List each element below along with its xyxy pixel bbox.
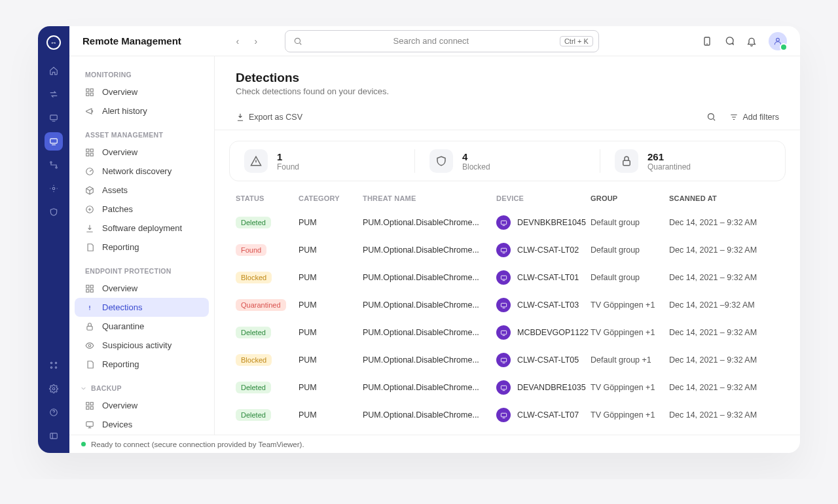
monitor-icon: [496, 380, 511, 395]
sidebar-item-label: Overview: [102, 401, 137, 410]
rail-home-icon[interactable]: [45, 62, 63, 80]
nav-back-button[interactable]: ‹: [230, 33, 246, 49]
table-row[interactable]: QuarantinedPUMPUM.Optional.DisableChrome…: [236, 291, 779, 319]
sidebar-item-alert-history[interactable]: Alert history: [75, 101, 209, 120]
rail-automation-icon[interactable]: [45, 179, 63, 198]
table-row[interactable]: BlockedPUMPUM.Optional.DisableChrome...C…: [236, 346, 779, 374]
cell-scanned: Dec 14, 2021 – 9:32 AM: [669, 245, 779, 255]
svg-rect-43: [501, 358, 506, 362]
topbar-actions: [702, 32, 787, 50]
stat-label: Blocked: [462, 162, 490, 171]
sidebar-item-asset-overview[interactable]: Overview: [75, 143, 209, 162]
avatar[interactable]: [769, 32, 787, 50]
rail-transfer-icon[interactable]: [45, 85, 63, 103]
svg-rect-32: [90, 402, 93, 405]
table-row[interactable]: DeletedPUMPUM.Optional.DisableChrome...D…: [236, 374, 779, 401]
svg-point-8: [55, 367, 56, 368]
svg-rect-19: [86, 149, 89, 151]
svg-rect-21: [86, 153, 89, 156]
download-icon: [236, 113, 245, 122]
svg-rect-20: [90, 149, 93, 151]
cell-device: DEVNBKBRE1045: [496, 215, 591, 230]
monitor-icon: [496, 298, 511, 312]
sidebar-item-software-deployment[interactable]: Software deployment: [75, 219, 209, 238]
cell-category: PUM: [299, 355, 363, 365]
sidebar-item-ep-overview[interactable]: Overview: [75, 279, 209, 298]
status-badge: Deleted: [236, 327, 271, 338]
sidebar-item-quarantine[interactable]: Quarantine: [75, 317, 209, 336]
sidebar-item-detections[interactable]: Detections: [75, 298, 209, 317]
stat-value: 1: [277, 151, 299, 162]
monitor-icon: [496, 353, 511, 367]
search-button[interactable]: [706, 112, 716, 122]
rail-settings-icon[interactable]: [45, 380, 63, 398]
sidebar-item-patches[interactable]: Patches: [75, 200, 209, 219]
col-scanned: SCANNED AT: [669, 194, 779, 202]
table-row[interactable]: BlockedPUMPUM.Optional.DisableChrome...C…: [236, 264, 779, 291]
nav-forward-button[interactable]: ›: [248, 33, 264, 49]
body: MONITORING Overview Alert history ASSET …: [69, 56, 800, 435]
sidebar-item-asset-reporting[interactable]: Reporting: [75, 238, 209, 257]
sidebar-item-assets[interactable]: Assets: [75, 181, 209, 200]
sidebar-item-label: Devices: [102, 420, 132, 429]
warning-icon: [244, 149, 268, 173]
svg-rect-42: [501, 331, 506, 334]
rail-help-icon[interactable]: [45, 403, 63, 422]
svg-rect-18: [90, 93, 93, 96]
sidebar-header-monitoring: MONITORING: [75, 67, 209, 82]
table-row[interactable]: FoundPUMPUM.Optional.DisableChrome...CLW…: [236, 236, 779, 264]
sidebar-item-overview[interactable]: Overview: [75, 82, 209, 101]
rail-remote-mgmt-icon[interactable]: [45, 132, 63, 151]
cell-category: PUM: [299, 328, 363, 337]
dashboard-icon: [85, 401, 96, 410]
svg-point-30: [88, 344, 91, 347]
rail-security-icon[interactable]: [45, 203, 63, 221]
cell-scanned: Dec 14, 2021 – 9:32 AM: [669, 273, 779, 282]
sidebar-item-ep-reporting[interactable]: Reporting: [75, 355, 209, 374]
rail-workflows-icon[interactable]: [45, 156, 63, 174]
sidebar-item-suspicious[interactable]: Suspicious activity: [75, 336, 209, 355]
sidebar-item-backup-overview[interactable]: Overview: [75, 396, 209, 415]
rail-devices-icon[interactable]: [45, 109, 63, 127]
cell-scanned: Dec 14, 2021 – 9:32 AM: [669, 218, 779, 227]
sidebar-item-backup-devices[interactable]: Devices: [75, 415, 209, 434]
svg-point-7: [50, 367, 52, 368]
sidebar-item-network-discovery[interactable]: Network discovery: [75, 162, 209, 181]
add-filters-button[interactable]: Add filters: [729, 113, 779, 122]
cell-device: CLW-CSAT-LT02: [496, 243, 591, 257]
cell-category: PUM: [299, 383, 363, 392]
status-badge: Blocked: [236, 354, 272, 366]
export-label: Export as CSV: [249, 113, 302, 122]
report-icon: [85, 243, 96, 252]
cell-group: Default group: [591, 273, 669, 282]
table-row[interactable]: DeletedPUMPUM.Optional.DisableChrome...M…: [236, 319, 779, 346]
export-csv-button[interactable]: Export as CSV: [236, 113, 302, 122]
col-group: GROUP: [591, 194, 669, 202]
stat-blocked: 4Blocked: [414, 149, 600, 173]
sidebar-header-backup[interactable]: BACKUP: [75, 380, 209, 396]
svg-rect-27: [86, 289, 89, 292]
svg-rect-16: [90, 88, 93, 91]
svg-point-5: [50, 362, 52, 363]
monitor-icon: [85, 420, 96, 429]
sidebar-item-label: Detections: [102, 302, 142, 312]
cell-scanned: Dec 14, 2021 – 9:32 AM: [669, 383, 779, 392]
chat-icon[interactable]: [724, 36, 735, 46]
svg-rect-34: [90, 406, 93, 409]
table-row[interactable]: DeletedPUMPUM.Optional.DisableChrome...C…: [236, 401, 779, 429]
sidebar-item-label: Assets: [102, 185, 128, 195]
rail-apps-icon[interactable]: [45, 356, 63, 374]
bell-icon[interactable]: [746, 36, 757, 46]
sidebar-item-label: Overview: [102, 147, 137, 157]
table-row[interactable]: DeletedPUMPUM.Optional.DisableChrome...D…: [236, 209, 779, 236]
device-icon[interactable]: [702, 36, 712, 46]
rail-collapse-icon[interactable]: [45, 427, 63, 445]
svg-point-2: [50, 162, 52, 163]
search-input[interactable]: Search and connect Ctrl + K: [285, 30, 599, 52]
monitor-icon: [496, 325, 511, 340]
col-category: CATEGORY: [299, 194, 363, 202]
svg-rect-37: [623, 160, 630, 166]
sidebar-item-label: Overview: [102, 283, 137, 293]
sidebar-item-label: Reporting: [102, 242, 139, 252]
topbar: Remote Management ‹ › Search and connect…: [69, 26, 800, 56]
